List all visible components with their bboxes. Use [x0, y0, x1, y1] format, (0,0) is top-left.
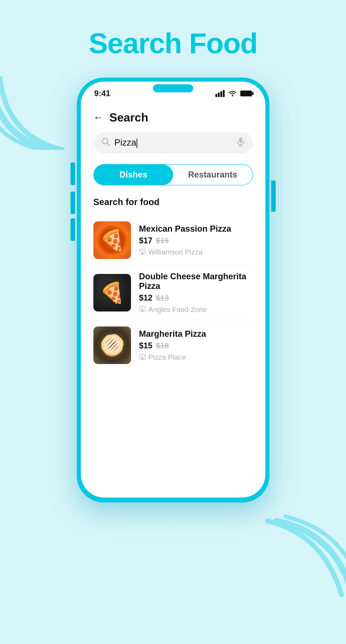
phone-shell: 9:41 [77, 78, 269, 502]
back-button[interactable]: ← [93, 112, 103, 123]
store-icon-3 [139, 353, 146, 362]
food-restaurant-3: Pizza Place [139, 353, 253, 362]
food-name-3: Margherita Pizza [139, 329, 253, 339]
food-price-old-3: $18 [156, 341, 169, 350]
svg-rect-11 [141, 357, 143, 359]
svg-point-0 [232, 95, 233, 96]
food-info-1: Mexican Passion Pizza $17 $19 [139, 224, 253, 256]
store-icon-2 [139, 305, 146, 314]
search-icon [101, 138, 110, 148]
food-restaurant-1: Williamson Pizza [139, 248, 253, 256]
food-price-old-1: $19 [156, 236, 169, 245]
bg-decoration-right-bottom [265, 510, 346, 599]
header-title: Search [109, 111, 148, 124]
food-image-3 [93, 326, 131, 364]
food-price-current-3: $15 [139, 341, 152, 350]
restaurant-name-2: Angles Food Zone [148, 306, 207, 314]
store-icon-1 [139, 248, 146, 256]
food-prices-2: $12 $13 [139, 293, 253, 302]
svg-rect-7 [141, 252, 143, 254]
phone-notch [153, 84, 193, 92]
page-title: Search Food [89, 27, 257, 60]
tab-restaurants[interactable]: Restaurants [173, 164, 252, 185]
food-price-current-1: $17 [139, 236, 152, 245]
search-input[interactable]: Pizza [114, 138, 232, 148]
wifi-icon [228, 90, 237, 96]
food-item-3[interactable]: Margherita Pizza $15 $18 [93, 320, 253, 370]
svg-line-2 [107, 143, 109, 146]
food-price-old-2: $13 [156, 294, 169, 302]
signal-icon [216, 90, 225, 97]
header: ← Search [93, 102, 253, 132]
food-name-2: Double Cheese Margherita Pizza [139, 272, 253, 291]
restaurant-name-3: Pizza Place [148, 353, 186, 361]
food-restaurant-2: Angles Food Zone [139, 305, 253, 314]
app-content: ← Search Pizza [81, 102, 265, 370]
svg-rect-3 [239, 138, 242, 143]
svg-rect-9 [141, 309, 143, 312]
tab-selector: Dishes Restaurants [93, 164, 253, 185]
food-item[interactable]: Mexican Passion Pizza $17 $19 [93, 215, 253, 266]
tab-dishes[interactable]: Dishes [94, 164, 173, 185]
food-prices-1: $17 $19 [139, 236, 253, 245]
food-info-3: Margherita Pizza $15 $18 [139, 329, 253, 362]
restaurant-name-1: Williamson Pizza [148, 248, 203, 256]
mic-icon[interactable] [237, 137, 245, 148]
food-prices-3: $15 $18 [139, 341, 253, 350]
search-bar[interactable]: Pizza [93, 132, 253, 154]
food-image-1 [93, 222, 131, 259]
food-name-1: Mexican Passion Pizza [139, 224, 253, 234]
food-info-2: Double Cheese Margherita Pizza $12 $13 [139, 272, 253, 314]
status-icons [216, 90, 252, 97]
phone-screen: 9:41 [81, 82, 265, 498]
status-time: 9:41 [94, 89, 110, 98]
food-image-2 [93, 274, 131, 312]
food-price-current-2: $12 [139, 293, 152, 302]
section-heading: Search for food [93, 197, 253, 207]
bg-decoration-left [0, 72, 65, 150]
food-item-2[interactable]: Double Cheese Margherita Pizza $12 $13 [93, 266, 253, 320]
battery-icon [240, 90, 252, 96]
